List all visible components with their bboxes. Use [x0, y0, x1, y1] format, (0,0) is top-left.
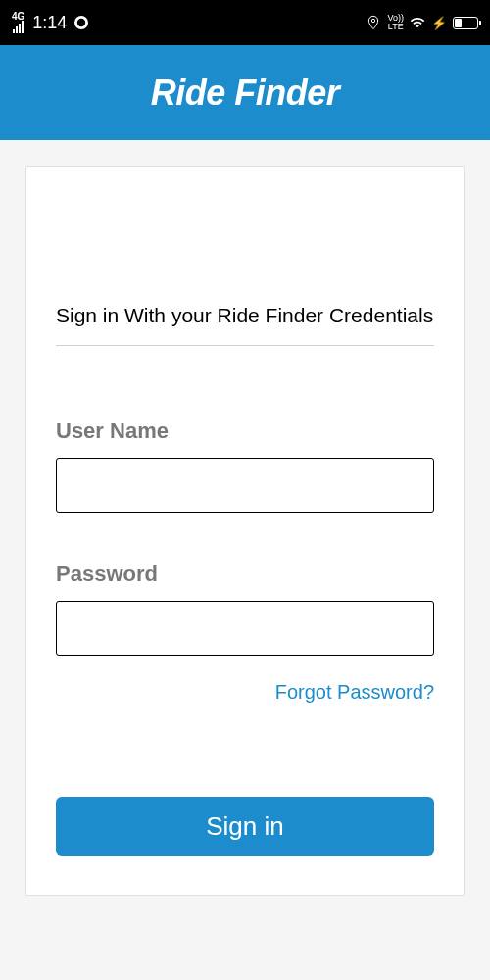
signin-button[interactable]: Sign in [56, 797, 434, 856]
status-right: Vo)) LTE ⚡ [366, 14, 478, 31]
charging-icon: ⚡ [431, 16, 447, 30]
forgot-password-link[interactable]: Forgot Password? [56, 681, 434, 704]
battery-icon [453, 17, 478, 29]
location-icon [366, 15, 381, 30]
wifi-icon [410, 15, 425, 30]
app-title: Ride Finder [151, 73, 340, 114]
status-bar: 4G 1:14 Vo)) LTE ⚡ [0, 0, 490, 45]
svg-point-0 [77, 19, 85, 26]
network-indicator: 4G [12, 12, 24, 33]
signal-bars-icon [13, 22, 24, 33]
signin-card: Sign in With your Ride Finder Credential… [25, 166, 465, 896]
password-label: Password [56, 562, 434, 587]
volte-indicator: Vo)) LTE [387, 14, 404, 31]
app-header: Ride Finder [0, 45, 490, 140]
password-input[interactable] [56, 601, 434, 656]
username-label: User Name [56, 418, 434, 444]
signin-title: Sign in With your Ride Finder Credential… [56, 304, 434, 346]
username-input[interactable] [56, 458, 434, 513]
notification-icon [74, 16, 88, 29]
clock-time: 1:14 [32, 13, 67, 33]
status-left: 4G 1:14 [12, 12, 88, 33]
